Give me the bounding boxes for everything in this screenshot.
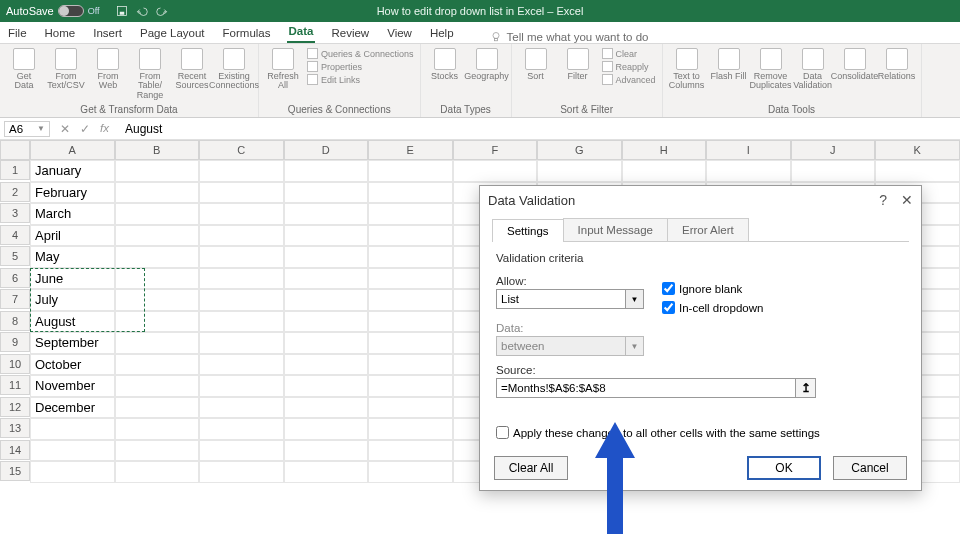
- ribbon-properties[interactable]: Properties: [307, 61, 414, 72]
- ribbon-consolidate[interactable]: Consolidate: [837, 48, 873, 81]
- ribbon-from-table-range[interactable]: From Table/ Range: [132, 48, 168, 100]
- fx-icon[interactable]: fx: [100, 122, 109, 136]
- cell-F1[interactable]: [453, 160, 538, 182]
- cell-D15[interactable]: [284, 461, 369, 483]
- cell-E10[interactable]: [368, 354, 453, 376]
- cell-A11[interactable]: November: [30, 375, 115, 397]
- cell-D4[interactable]: [284, 225, 369, 247]
- range-picker-icon[interactable]: ↥: [796, 378, 816, 398]
- tab-formulas[interactable]: Formulas: [221, 27, 273, 43]
- cell-B2[interactable]: [115, 182, 200, 204]
- cell-A9[interactable]: September: [30, 332, 115, 354]
- cell-C3[interactable]: [199, 203, 284, 225]
- ribbon-filter[interactable]: Filter: [560, 48, 596, 81]
- ribbon-geography[interactable]: Geography: [469, 48, 505, 81]
- tab-page-layout[interactable]: Page Layout: [138, 27, 207, 43]
- cell-G1[interactable]: [537, 160, 622, 182]
- cell-D1[interactable]: [284, 160, 369, 182]
- allow-value[interactable]: [496, 289, 626, 309]
- cell-B3[interactable]: [115, 203, 200, 225]
- cell-B14[interactable]: [115, 440, 200, 462]
- cell-C4[interactable]: [199, 225, 284, 247]
- apply-same-settings-checkbox[interactable]: Apply these changes to all other cells w…: [496, 426, 905, 439]
- ribbon-clear[interactable]: Clear: [602, 48, 656, 59]
- column-header-G[interactable]: G: [537, 140, 622, 160]
- row-header-15[interactable]: 15: [0, 461, 30, 481]
- allow-combo[interactable]: ▼: [496, 289, 644, 309]
- cancel-icon[interactable]: ✕: [60, 122, 70, 136]
- cell-A8[interactable]: August: [30, 311, 115, 333]
- row-header-11[interactable]: 11: [0, 375, 30, 395]
- cell-B8[interactable]: [115, 311, 200, 333]
- tab-review[interactable]: Review: [329, 27, 371, 43]
- cell-D3[interactable]: [284, 203, 369, 225]
- cell-A4[interactable]: April: [30, 225, 115, 247]
- ribbon-reapply[interactable]: Reapply: [602, 61, 656, 72]
- cell-C1[interactable]: [199, 160, 284, 182]
- ribbon-get-data[interactable]: Get Data: [6, 48, 42, 91]
- name-box[interactable]: A6 ▼: [4, 121, 50, 137]
- tab-insert[interactable]: Insert: [91, 27, 124, 43]
- source-input[interactable]: [496, 378, 796, 398]
- tab-view[interactable]: View: [385, 27, 414, 43]
- cell-E4[interactable]: [368, 225, 453, 247]
- cell-K1[interactable]: [875, 160, 960, 182]
- cell-D8[interactable]: [284, 311, 369, 333]
- cell-I1[interactable]: [706, 160, 791, 182]
- ok-button[interactable]: OK: [747, 456, 821, 480]
- cell-E12[interactable]: [368, 397, 453, 419]
- row-header-6[interactable]: 6: [0, 268, 30, 288]
- cell-B4[interactable]: [115, 225, 200, 247]
- row-header-12[interactable]: 12: [0, 397, 30, 417]
- tell-me-search[interactable]: Tell me what you want to do: [490, 31, 649, 43]
- cell-E3[interactable]: [368, 203, 453, 225]
- tab-file[interactable]: File: [6, 27, 29, 43]
- column-header-E[interactable]: E: [368, 140, 453, 160]
- cell-C6[interactable]: [199, 268, 284, 290]
- column-header-D[interactable]: D: [284, 140, 369, 160]
- row-header-4[interactable]: 4: [0, 225, 30, 245]
- row-header-9[interactable]: 9: [0, 332, 30, 352]
- cell-A2[interactable]: February: [30, 182, 115, 204]
- cell-C13[interactable]: [199, 418, 284, 440]
- close-icon[interactable]: ✕: [901, 192, 913, 208]
- ignore-blank-checkbox[interactable]: Ignore blank: [662, 282, 763, 295]
- cell-E9[interactable]: [368, 332, 453, 354]
- column-header-C[interactable]: C: [199, 140, 284, 160]
- dialog-tab-input-message[interactable]: Input Message: [563, 218, 668, 241]
- ribbon-from-web[interactable]: From Web: [90, 48, 126, 91]
- column-header-A[interactable]: A: [30, 140, 115, 160]
- cell-B13[interactable]: [115, 418, 200, 440]
- row-header-2[interactable]: 2: [0, 182, 30, 202]
- cell-B12[interactable]: [115, 397, 200, 419]
- cell-D12[interactable]: [284, 397, 369, 419]
- ribbon-edit-links[interactable]: Edit Links: [307, 74, 414, 85]
- cell-A6[interactable]: June: [30, 268, 115, 290]
- cell-B9[interactable]: [115, 332, 200, 354]
- cell-D5[interactable]: [284, 246, 369, 268]
- ribbon-queries-connections[interactable]: Queries & Connections: [307, 48, 414, 59]
- ribbon-flash-fill[interactable]: Flash Fill: [711, 48, 747, 81]
- undo-icon[interactable]: [136, 5, 148, 17]
- ribbon-text-to-columns[interactable]: Text to Columns: [669, 48, 705, 91]
- cancel-button[interactable]: Cancel: [833, 456, 907, 480]
- row-header-5[interactable]: 5: [0, 246, 30, 266]
- save-icon[interactable]: [116, 5, 128, 17]
- tab-help[interactable]: Help: [428, 27, 456, 43]
- cell-C7[interactable]: [199, 289, 284, 311]
- column-header-B[interactable]: B: [115, 140, 200, 160]
- cell-C5[interactable]: [199, 246, 284, 268]
- autosave-switch[interactable]: [58, 5, 84, 17]
- cell-J1[interactable]: [791, 160, 876, 182]
- cell-C10[interactable]: [199, 354, 284, 376]
- select-all-corner[interactable]: [0, 140, 30, 160]
- cell-C14[interactable]: [199, 440, 284, 462]
- cell-A12[interactable]: December: [30, 397, 115, 419]
- cell-E14[interactable]: [368, 440, 453, 462]
- cell-A10[interactable]: October: [30, 354, 115, 376]
- cell-B10[interactable]: [115, 354, 200, 376]
- cell-B6[interactable]: [115, 268, 200, 290]
- row-header-3[interactable]: 3: [0, 203, 30, 223]
- cell-E13[interactable]: [368, 418, 453, 440]
- cell-C9[interactable]: [199, 332, 284, 354]
